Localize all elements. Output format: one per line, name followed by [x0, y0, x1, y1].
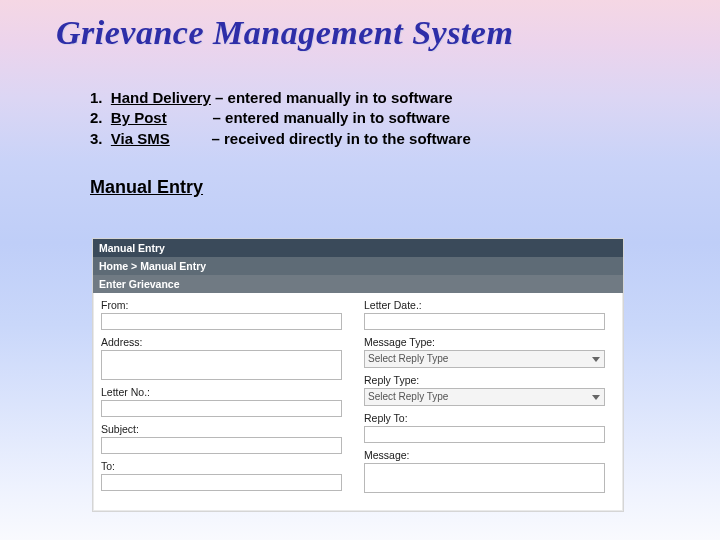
form-title-bar: Manual Entry	[93, 239, 623, 257]
label-letter-no: Letter No.:	[101, 386, 352, 398]
method-name: By Post	[111, 109, 167, 126]
label-message-type: Message Type:	[364, 336, 615, 348]
field-message-type: Message Type: Select Reply Type	[364, 336, 615, 368]
method-num: 1.	[90, 89, 103, 106]
section-bar: Enter Grievance	[93, 275, 623, 293]
to-input[interactable]	[101, 474, 342, 491]
label-message: Message:	[364, 449, 615, 461]
field-from: From:	[101, 299, 352, 330]
from-input[interactable]	[101, 313, 342, 330]
manual-entry-form: Manual Entry Home > Manual Entry Enter G…	[92, 238, 624, 512]
spacer	[170, 130, 212, 147]
label-letter-date: Letter Date.:	[364, 299, 615, 311]
method-item: 3. Via SMS – received directly in to the…	[90, 129, 720, 149]
label-to: To:	[101, 460, 352, 472]
label-address: Address:	[101, 336, 352, 348]
slide: Grievance Management System 1. Hand Deli…	[0, 0, 720, 540]
field-reply-to: Reply To:	[364, 412, 615, 443]
reply-type-select[interactable]: Select Reply Type	[364, 388, 605, 406]
field-subject: Subject:	[101, 423, 352, 454]
page-title: Grievance Management System	[0, 10, 720, 52]
address-input[interactable]	[101, 350, 342, 380]
label-reply-type: Reply Type:	[364, 374, 615, 386]
spacer	[167, 109, 213, 126]
method-name: Hand Delivery	[111, 89, 211, 106]
field-message: Message:	[364, 449, 615, 493]
field-letter-no: Letter No.:	[101, 386, 352, 417]
method-desc: – entered manually in to software	[215, 89, 453, 106]
method-num: 2.	[90, 109, 103, 126]
subject-input[interactable]	[101, 437, 342, 454]
form-left-column: From: Address: Letter No.: Subject: To:	[101, 299, 352, 499]
reply-to-input[interactable]	[364, 426, 605, 443]
entry-methods-list: 1. Hand Delivery – entered manually in t…	[90, 88, 720, 149]
section-heading: Manual Entry	[90, 177, 720, 198]
method-item: 2. By Post – entered manually in to soft…	[90, 108, 720, 128]
field-reply-type: Reply Type: Select Reply Type	[364, 374, 615, 406]
message-input[interactable]	[364, 463, 605, 493]
method-desc: – entered manually in to software	[213, 109, 451, 126]
letter-no-input[interactable]	[101, 400, 342, 417]
form-body: From: Address: Letter No.: Subject: To:	[93, 293, 623, 499]
form-right-column: Letter Date.: Message Type: Select Reply…	[364, 299, 615, 499]
message-type-select[interactable]: Select Reply Type	[364, 350, 605, 368]
method-num: 3.	[90, 130, 103, 147]
label-subject: Subject:	[101, 423, 352, 435]
label-from: From:	[101, 299, 352, 311]
field-address: Address:	[101, 336, 352, 380]
label-reply-to: Reply To:	[364, 412, 615, 424]
field-letter-date: Letter Date.:	[364, 299, 615, 330]
breadcrumb: Home > Manual Entry	[93, 257, 623, 275]
method-item: 1. Hand Delivery – entered manually in t…	[90, 88, 720, 108]
method-name: Via SMS	[111, 130, 170, 147]
letter-date-input[interactable]	[364, 313, 605, 330]
field-to: To:	[101, 460, 352, 491]
method-desc: – received directly in to the software	[211, 130, 470, 147]
